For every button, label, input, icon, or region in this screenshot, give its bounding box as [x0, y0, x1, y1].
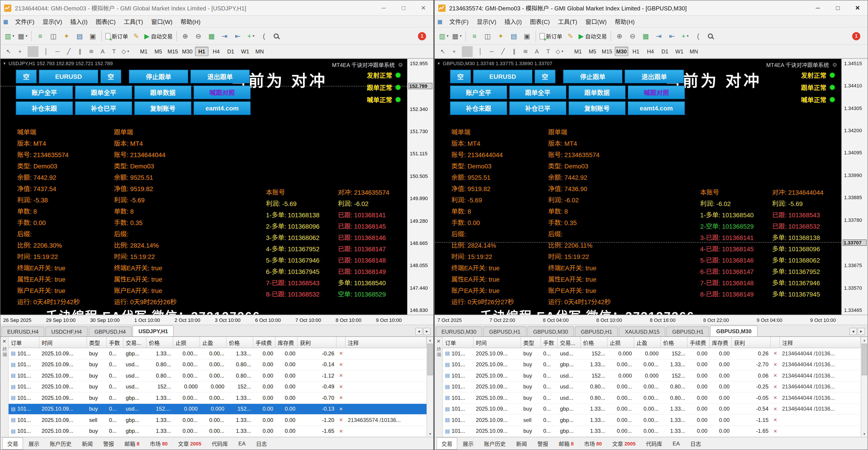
column-header[interactable]: 获利 — [732, 337, 771, 348]
toolbar-separator[interactable] — [31, 31, 32, 41]
text-icon[interactable]: A — [531, 46, 542, 57]
ea-button[interactable]: 喊跟对照 — [194, 86, 251, 99]
minimize-icon[interactable]: ─ — [808, 0, 828, 16]
ea-button[interactable]: 退出跟单 — [190, 70, 250, 83]
scroll-up-icon[interactable]: ▲ — [427, 337, 433, 343]
order-row[interactable]: ▤101... 2025.10.09... sell 0... gbp... 1… — [443, 415, 861, 426]
terminal-tab[interactable]: 展示 — [458, 437, 478, 450]
timeframe-button[interactable]: W1 — [673, 47, 686, 56]
terminal-tab[interactable]: 文章 2005 — [173, 437, 206, 450]
tabs-scroll-left-icon[interactable]: ◂ — [849, 328, 857, 335]
close-icon[interactable]: ✕ — [848, 0, 868, 16]
chart-tab[interactable]: EURUSD,H4 — [1, 327, 44, 336]
timeframe-button[interactable]: D1 — [658, 47, 672, 56]
column-header[interactable]: 交易... — [123, 337, 147, 348]
terminal-icon[interactable]: ▤ — [73, 30, 86, 42]
order-row[interactable]: ▤101... 2025.10.09... buy 0... usd... 15… — [9, 382, 427, 393]
close-order-icon[interactable]: ✕ — [771, 351, 780, 356]
new-order-button[interactable]: 新订单 — [104, 30, 129, 42]
menu-item[interactable]: 插入(I) — [500, 16, 526, 28]
column-header[interactable]: 订单 — [443, 337, 473, 348]
column-header[interactable]: 价格 — [581, 337, 608, 348]
tabs-scroll-left-icon[interactable]: ◂ — [415, 328, 423, 335]
ea-button[interactable]: 空 — [535, 70, 555, 83]
ea-smiley-icon[interactable]: ☺ — [832, 61, 838, 68]
toolbar-separator[interactable] — [462, 46, 473, 57]
tabs-scroll-right-icon[interactable]: ▸ — [423, 328, 431, 335]
navigator-icon[interactable]: ✦ — [494, 30, 507, 42]
trendline-icon[interactable]: ╱ — [63, 46, 74, 57]
table-scrollbar[interactable]: ▲ ▼ — [427, 337, 433, 437]
column-header[interactable]: 止损 — [173, 337, 200, 348]
indicators-icon[interactable]: + ▾ — [245, 30, 257, 42]
timeframe-button[interactable]: D1 — [224, 47, 238, 56]
timeframe-button[interactable]: M5 — [586, 47, 599, 56]
column-header[interactable] — [771, 337, 780, 348]
tile-windows-icon[interactable]: ▦ — [639, 30, 652, 42]
zoom-out-icon[interactable]: ⊖ — [192, 30, 205, 42]
close-order-icon[interactable]: ✕ — [337, 362, 346, 367]
ea-smiley-icon[interactable]: ☺ — [397, 61, 403, 68]
ea-button[interactable]: 退出跟单 — [625, 70, 684, 83]
terminal-tab[interactable]: 新闻 — [77, 437, 98, 450]
brackets-icon[interactable]: ( — [692, 30, 705, 42]
chart-tab[interactable]: EURUSD,M30 — [436, 327, 483, 336]
label-icon[interactable]: T — [543, 46, 554, 57]
timeframe-button[interactable]: H4 — [210, 47, 223, 56]
chart-tab[interactable]: GBPUSD,H1 — [575, 327, 618, 336]
close-icon[interactable]: ✕ — [413, 0, 433, 16]
order-row[interactable]: ▤101... 2025.10.09... buy 0... usd... 0.… — [443, 393, 861, 403]
vertical-line-icon[interactable]: │ — [41, 46, 52, 57]
timeframe-button[interactable]: M5 — [152, 47, 165, 56]
fibonacci-icon[interactable]: ≋ — [86, 46, 97, 57]
terminal-tab[interactable]: 警报 — [532, 437, 553, 450]
column-header[interactable]: 时间 — [39, 337, 87, 348]
scroll-down-icon[interactable]: ▼ — [427, 430, 433, 437]
terminal-tab[interactable]: EA — [668, 438, 685, 449]
close-order-icon[interactable]: ✕ — [771, 418, 780, 423]
column-header[interactable]: 注释 — [346, 337, 427, 348]
auto-scroll-icon[interactable]: ⇥ — [652, 30, 665, 42]
terminal-icon[interactable]: ▤ — [507, 30, 520, 42]
terminal-tab[interactable]: 交易 — [436, 437, 457, 450]
terminal-tab[interactable]: 账户历史 — [479, 437, 511, 450]
navigator-icon[interactable]: ✦ — [60, 30, 73, 42]
timeframe-button[interactable]: H4 — [644, 47, 657, 56]
chart-shift-icon[interactable]: ⇤ — [665, 30, 678, 42]
scroll-down-icon[interactable]: ▼ — [861, 430, 868, 437]
chart-tab[interactable]: GBPUSD,H1 — [666, 327, 710, 336]
table-scrollbar[interactable]: ▲ ▼ — [861, 337, 868, 437]
search-icon[interactable] — [271, 30, 283, 42]
titlebar[interactable]: 2134644044: GMI-Demo03 - 模拟帐户 - GMI Glob… — [0, 0, 433, 16]
ea-button[interactable]: 喊跟对照 — [628, 86, 685, 99]
toolbar-separator[interactable] — [535, 31, 536, 41]
autotrading-button[interactable]: ▶ 自动交易 — [577, 30, 608, 42]
order-row[interactable]: ▤101... 2025.10.09... buy 0... usd... 15… — [443, 348, 861, 359]
terminal-tab[interactable]: 账户历史 — [45, 437, 76, 450]
profiles-icon[interactable]: ▦ ▾ — [16, 30, 29, 42]
ea-button[interactable]: 跟单全平 — [75, 86, 132, 99]
horizontal-line-icon[interactable]: ─ — [52, 46, 63, 57]
menu-item[interactable]: 图表(C) — [526, 16, 554, 28]
ea-button[interactable]: eamt4.com — [628, 102, 685, 115]
terminal-tab[interactable]: 文章 2005 — [607, 437, 641, 450]
column-header[interactable]: 获利 — [298, 337, 337, 348]
shapes-icon[interactable]: ◇ ▾ — [554, 46, 565, 57]
close-order-icon[interactable]: ✕ — [337, 418, 346, 423]
timeframe-button[interactable]: H1 — [195, 47, 209, 56]
chart-window-icon[interactable]: ▦ — [437, 18, 443, 25]
column-header[interactable]: 手续费 — [253, 337, 276, 348]
column-header[interactable]: 类型 — [521, 337, 541, 348]
new-chart-icon[interactable]: ▥ ▾ — [3, 30, 16, 42]
toolbar-separator[interactable] — [176, 31, 177, 41]
order-row[interactable]: ▤101... 2025.10.09... buy 0... usd... 0.… — [9, 359, 427, 370]
metaeditor-icon[interactable]: ✎ — [564, 30, 577, 42]
ea-button[interactable]: EURUSD — [39, 70, 98, 83]
menu-item[interactable]: 显示(V) — [38, 16, 66, 28]
ea-button[interactable]: 空 — [450, 70, 471, 83]
close-order-icon[interactable]: ✕ — [771, 395, 780, 400]
ea-button[interactable]: 补仓已平 — [75, 102, 132, 115]
ea-button[interactable]: 账户全平 — [16, 86, 73, 99]
menu-item[interactable]: 文件(F) — [11, 16, 38, 28]
column-header[interactable]: 止盈 — [200, 337, 227, 348]
